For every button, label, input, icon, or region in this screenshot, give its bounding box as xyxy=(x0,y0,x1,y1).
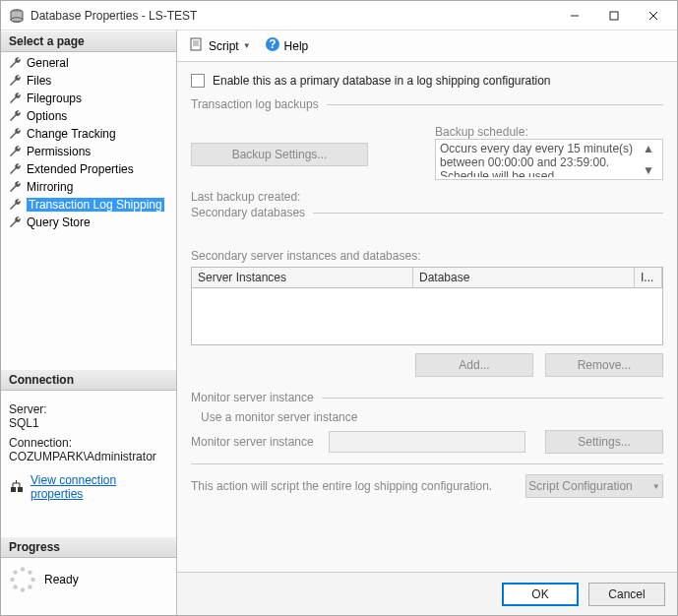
nav-item-label: Options xyxy=(27,109,67,123)
secondary-grid-header: Server Instances Database I... xyxy=(191,267,663,288)
svg-rect-6 xyxy=(11,487,16,492)
select-page-header: Select a page xyxy=(1,31,176,52)
backup-settings-button[interactable]: Backup Settings... xyxy=(191,143,368,166)
help-label: Help xyxy=(284,39,309,53)
connection-label: Connection: xyxy=(9,436,168,450)
script-note: This action will script the entire log s… xyxy=(191,479,516,493)
nav-item-label: Permissions xyxy=(27,145,91,158)
col-extra[interactable]: I... xyxy=(635,268,662,287)
settings-button[interactable]: Settings... xyxy=(545,430,663,454)
svg-point-12 xyxy=(21,567,25,571)
script-label: Script xyxy=(209,39,239,53)
nav-item-general[interactable]: General xyxy=(1,54,176,72)
connection-value: COZUMPARK\Administrator xyxy=(9,450,168,463)
svg-point-18 xyxy=(10,578,14,582)
wrench-icon xyxy=(7,144,23,159)
cancel-button[interactable]: Cancel xyxy=(588,583,665,606)
connection-panel: Server: SQL1 Connection: COZUMPARK\Admin… xyxy=(1,391,176,507)
nav-item-label: Files xyxy=(27,74,51,88)
page-nav-list: GeneralFilesFilegroupsOptionsChange Trac… xyxy=(1,52,176,233)
server-label: Server: xyxy=(9,402,168,416)
help-button[interactable]: ? Help xyxy=(261,34,313,57)
secondary-grid-body[interactable] xyxy=(191,288,663,345)
chevron-down-icon: ▼ xyxy=(652,482,660,491)
scroll-up-icon[interactable]: ▲ xyxy=(643,142,658,155)
monitor-instance-input[interactable] xyxy=(329,431,525,453)
progress-panel: Ready xyxy=(1,558,176,601)
scroll-down-icon[interactable]: ▼ xyxy=(643,163,658,177)
nav-item-extended-properties[interactable]: Extended Properties xyxy=(1,160,176,178)
tlog-backups-header: Transaction log backups xyxy=(191,97,319,111)
col-database[interactable]: Database xyxy=(413,268,635,287)
wrench-icon xyxy=(7,91,23,106)
secondary-db-header: Secondary databases xyxy=(191,206,305,219)
nav-item-mirroring[interactable]: Mirroring xyxy=(1,178,176,196)
wrench-icon xyxy=(7,197,23,213)
svg-rect-20 xyxy=(191,38,201,50)
svg-rect-3 xyxy=(610,12,618,20)
wrench-icon xyxy=(7,179,23,195)
script-button[interactable]: Script ▼ xyxy=(185,34,255,57)
close-button[interactable] xyxy=(634,2,673,30)
script-icon xyxy=(189,36,205,55)
database-icon xyxy=(9,8,25,24)
ok-button[interactable]: OK xyxy=(502,583,579,606)
nav-item-options[interactable]: Options xyxy=(1,107,176,125)
server-value: SQL1 xyxy=(9,416,168,430)
wrench-icon xyxy=(7,73,23,89)
wrench-icon xyxy=(7,215,23,230)
nav-item-transaction-log-shipping[interactable]: Transaction Log Shipping xyxy=(1,196,176,214)
titlebar: Database Properties - LS-TEST xyxy=(1,1,677,31)
right-panel: Script ▼ ? Help Enable this as a primary… xyxy=(177,31,677,615)
nav-item-label: Filegroups xyxy=(27,92,82,105)
help-icon: ? xyxy=(265,36,280,55)
nav-item-change-tracking[interactable]: Change Tracking xyxy=(1,125,176,143)
wrench-icon xyxy=(7,126,23,142)
monitor-instance-label: Monitor server instance xyxy=(191,435,319,449)
enable-primary-label: Enable this as a primary database in a l… xyxy=(213,74,551,88)
connection-header: Connection xyxy=(1,369,176,391)
script-configuration-label: Script Configuration xyxy=(528,479,632,493)
nav-item-query-store[interactable]: Query Store xyxy=(1,214,176,231)
nav-item-filegroups[interactable]: Filegroups xyxy=(1,90,176,107)
monitor-header: Monitor server instance xyxy=(191,391,314,404)
svg-point-14 xyxy=(31,578,34,582)
nav-item-label: Mirroring xyxy=(27,180,73,194)
secondary-instances-label: Secondary server instances and databases… xyxy=(191,249,663,263)
nav-item-files[interactable]: Files xyxy=(1,72,176,90)
content-area: Enable this as a primary database in a l… xyxy=(177,62,677,572)
use-monitor-label: Use a monitor server instance xyxy=(201,410,357,424)
svg-point-16 xyxy=(21,587,25,591)
dialog-footer: OK Cancel xyxy=(177,572,677,615)
nav-item-label: Extended Properties xyxy=(27,162,134,176)
nav-item-label: Transaction Log Shipping xyxy=(27,198,164,212)
nav-item-label: Change Tracking xyxy=(27,127,116,141)
nav-item-permissions[interactable]: Permissions xyxy=(1,143,176,160)
remove-button[interactable]: Remove... xyxy=(545,353,663,377)
col-server-instances[interactable]: Server Instances xyxy=(192,268,413,287)
dialog-window: Database Properties - LS-TEST Select a p… xyxy=(0,0,678,616)
backup-schedule-text: Occurs every day every 15 minute(s) betw… xyxy=(440,142,643,177)
svg-text:?: ? xyxy=(269,37,276,51)
nav-item-label: General xyxy=(27,56,69,70)
toolbar: Script ▼ ? Help xyxy=(177,31,677,62)
wrench-icon xyxy=(7,161,23,177)
svg-point-19 xyxy=(13,570,17,574)
connection-icon xyxy=(9,478,25,497)
left-panel: Select a page GeneralFilesFilegroupsOpti… xyxy=(1,31,177,615)
add-button[interactable]: Add... xyxy=(415,353,533,377)
svg-rect-7 xyxy=(18,487,23,492)
wrench-icon xyxy=(7,55,23,71)
progress-spinner-icon xyxy=(9,566,36,593)
progress-value: Ready xyxy=(44,573,79,586)
svg-point-13 xyxy=(28,570,31,574)
maximize-button[interactable] xyxy=(594,2,634,30)
svg-point-17 xyxy=(13,585,17,588)
view-connection-properties-link[interactable]: View connection properties xyxy=(31,473,168,501)
backup-schedule-box: Occurs every day every 15 minute(s) betw… xyxy=(435,139,663,180)
backup-schedule-label: Backup schedule: xyxy=(435,125,663,139)
svg-point-15 xyxy=(28,585,31,588)
minimize-button[interactable] xyxy=(555,2,594,30)
enable-primary-checkbox[interactable] xyxy=(191,74,205,88)
script-configuration-button[interactable]: Script Configuration ▼ xyxy=(525,474,663,498)
